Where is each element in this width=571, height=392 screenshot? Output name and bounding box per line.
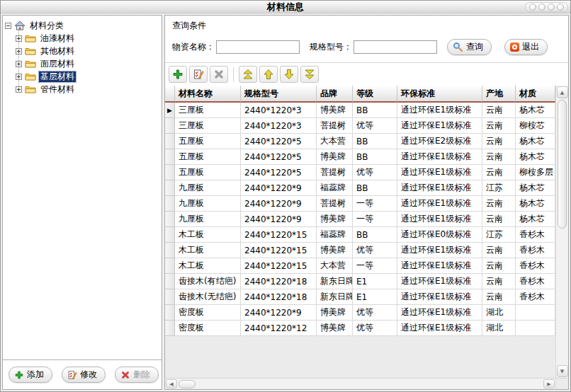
table-cell[interactable]: 优等 bbox=[353, 321, 397, 336]
table-cell[interactable]: 博美牌 bbox=[317, 212, 353, 227]
table-row[interactable]: 木工板 2440*1220*15 福蕊牌 BB 通过环保E0级标准 江苏 香杉木 bbox=[165, 227, 555, 243]
table-cell[interactable]: 博美牌 bbox=[317, 243, 353, 258]
table-cell[interactable]: 通过环保E0级标准 bbox=[397, 227, 482, 243]
tree-item-label[interactable]: 面层材料 bbox=[39, 59, 76, 69]
table-cell[interactable]: 香杉木 bbox=[516, 258, 555, 274]
table-cell[interactable]: 2440*1220*9 bbox=[241, 180, 317, 196]
table-cell[interactable]: 通过环保E1级标准 bbox=[397, 165, 482, 180]
table-cell[interactable]: 三厘板 bbox=[175, 118, 241, 134]
table-cell[interactable]: 通过环保E1级标准 bbox=[397, 243, 482, 258]
column-header[interactable]: 材料名称 bbox=[175, 86, 241, 103]
spec-model-input[interactable] bbox=[354, 40, 437, 54]
horizontal-scrollbar[interactable]: ◀ ▶ bbox=[165, 379, 555, 389]
table-cell[interactable]: 香杉木 bbox=[516, 274, 555, 289]
table-row[interactable]: 五厘板 2440*1220*5 博美牌 BB 通过环保E1级标准 云南 杨木芯 bbox=[165, 149, 555, 165]
scroll-up-icon[interactable]: ▲ bbox=[557, 86, 568, 98]
table-cell[interactable]: 湖北 bbox=[482, 321, 516, 336]
material-name-input[interactable] bbox=[216, 40, 300, 54]
table-cell[interactable]: 通过环保E1级标准 bbox=[397, 289, 482, 305]
tree-item-pipe-materials[interactable]: 管件材料 bbox=[16, 83, 159, 96]
tree-root-label[interactable]: 材料分类 bbox=[28, 21, 65, 31]
table-cell[interactable]: 香杉木 bbox=[516, 243, 555, 258]
expand-box-icon[interactable] bbox=[16, 74, 22, 80]
table-cell[interactable]: 江苏 bbox=[482, 180, 516, 196]
table-cell[interactable]: 柳桉多层 bbox=[516, 165, 555, 180]
tree-item-paint-materials[interactable]: 油漆材料 bbox=[16, 32, 159, 45]
table-row[interactable]: 木工板 2440*1220*15 大本营 一等 通过环保E1级标准 云南 香杉木 bbox=[165, 258, 555, 274]
table-cell[interactable]: 齿接木(有结疤) bbox=[175, 274, 241, 289]
window-control-3-icon[interactable] bbox=[548, 4, 555, 11]
table-cell[interactable]: 2440*1220*9 bbox=[241, 196, 317, 212]
tree-item-base-materials[interactable]: 基层材料 bbox=[16, 70, 159, 83]
collapse-box-icon[interactable] bbox=[5, 23, 11, 29]
table-cell[interactable]: 五厘板 bbox=[175, 134, 241, 149]
table-cell[interactable]: 博美牌 bbox=[317, 103, 353, 118]
toolbar-delete-button[interactable] bbox=[210, 66, 228, 83]
column-header[interactable]: 环保标准 bbox=[397, 86, 482, 103]
table-cell[interactable]: 通过环保E1级标准 bbox=[397, 180, 482, 196]
table-cell[interactable]: 九厘板 bbox=[175, 212, 241, 227]
toolbar-move-up-button[interactable] bbox=[259, 66, 278, 83]
table-cell[interactable]: 大本营 bbox=[317, 134, 353, 149]
tree-item-other-materials[interactable]: 其他材料 bbox=[16, 45, 159, 57]
table-cell[interactable]: 通过环保E1级标准 bbox=[397, 305, 482, 321]
expand-box-icon[interactable] bbox=[16, 86, 22, 93]
table-cell[interactable]: 三厘板 bbox=[175, 103, 241, 118]
tree-item-label[interactable]: 油漆材料 bbox=[39, 33, 76, 44]
table-cell[interactable]: 木工板 bbox=[175, 258, 241, 274]
table-row[interactable]: 齿接木(有结疤) 2440*1220*18 新东日牌 E1 通过环保E1级标准 … bbox=[165, 274, 555, 289]
table-row[interactable]: 三厘板 2440*1220*3 菩提树 优等 通过环保E1级标准 云南 柳桉芯 bbox=[165, 118, 555, 134]
delete-button[interactable]: 删除 bbox=[115, 367, 159, 383]
table-cell[interactable]: 云南 bbox=[482, 258, 516, 274]
table-cell[interactable]: 杨木芯 bbox=[516, 212, 555, 227]
table-cell[interactable]: 菩提树 bbox=[317, 118, 353, 134]
table-cell[interactable]: 2440*1220*15 bbox=[241, 258, 317, 274]
edit-button[interactable]: 修改 bbox=[62, 367, 106, 383]
table-cell[interactable]: 优等 bbox=[353, 118, 397, 134]
table-cell[interactable]: 优等 bbox=[353, 305, 397, 321]
table-cell[interactable]: 博美牌 bbox=[317, 305, 353, 321]
table-cell[interactable]: 云南 bbox=[482, 274, 516, 289]
table-cell[interactable] bbox=[516, 321, 555, 336]
table-cell[interactable]: 木工板 bbox=[175, 227, 241, 243]
table-cell[interactable]: 密度板 bbox=[175, 321, 241, 336]
table-cell[interactable]: 五厘板 bbox=[175, 149, 241, 165]
table-cell[interactable]: 通过环保E1级标准 bbox=[397, 149, 482, 165]
column-header[interactable]: 产地 bbox=[482, 86, 516, 103]
table-cell[interactable]: 2440*1220*3 bbox=[241, 103, 317, 118]
table-cell[interactable]: 齿接木(无结疤) bbox=[175, 289, 241, 305]
table-cell[interactable]: 2440*1220*9 bbox=[241, 305, 317, 321]
table-row[interactable]: 五厘板 2440*1220*5 菩提树 优等 通过环保E1级标准 云南 柳桉多层 bbox=[165, 165, 555, 180]
table-cell[interactable]: 木工板 bbox=[175, 243, 241, 258]
table-cell[interactable]: 博美牌 bbox=[317, 321, 353, 336]
table-cell[interactable]: 密度板 bbox=[175, 305, 241, 321]
table-row[interactable]: 齿接木(无结疤) 2440*1220*18 新东日牌 E1 通过环保E1级标准 … bbox=[165, 289, 555, 305]
table-row[interactable]: 九厘板 2440*1220*9 福蕊牌 BB 通过环保E1级标准 江苏 杨木芯 bbox=[165, 180, 555, 196]
table-row[interactable]: ▶ 三厘板 2440*1220*3 博美牌 BB 通过环保E1级标准 云南 杨木… bbox=[165, 103, 555, 118]
add-button[interactable]: 添加 bbox=[9, 367, 52, 383]
table-cell[interactable]: 福蕊牌 bbox=[317, 180, 353, 196]
table-cell[interactable]: E1 bbox=[353, 289, 397, 305]
table-cell[interactable]: 杨木芯 bbox=[516, 196, 555, 212]
scroll-down-icon[interactable]: ▼ bbox=[557, 365, 568, 377]
table-cell[interactable]: 五厘板 bbox=[175, 165, 241, 180]
table-cell[interactable]: 菩提树 bbox=[317, 196, 353, 212]
table-cell[interactable]: 香杉木 bbox=[516, 227, 555, 243]
table-cell[interactable]: 2440*1220*9 bbox=[241, 212, 317, 227]
table-cell[interactable]: 云南 bbox=[482, 118, 516, 134]
column-header[interactable]: 材质 bbox=[516, 86, 555, 103]
table-cell[interactable]: 杨木芯 bbox=[516, 103, 555, 118]
toolbar-move-top-button[interactable] bbox=[239, 66, 257, 83]
table-cell[interactable]: 优等 bbox=[353, 243, 397, 258]
table-cell[interactable]: 通过环保E1级标准 bbox=[397, 212, 482, 227]
horizontal-scrollbar-thumb[interactable] bbox=[179, 380, 196, 388]
table-cell[interactable]: 通过环保E1级标准 bbox=[397, 103, 482, 118]
table-cell[interactable]: 一等 bbox=[353, 196, 397, 212]
table-cell[interactable]: 云南 bbox=[482, 165, 516, 180]
table-cell[interactable]: E1 bbox=[353, 274, 397, 289]
table-cell[interactable]: 2440*1220*12 bbox=[241, 321, 317, 336]
table-cell[interactable]: 2440*1220*18 bbox=[241, 289, 317, 305]
table-cell[interactable]: BB bbox=[353, 180, 397, 196]
tree-item-surface-materials[interactable]: 面层材料 bbox=[16, 57, 159, 70]
vertical-scrollbar-thumb[interactable] bbox=[558, 100, 567, 229]
